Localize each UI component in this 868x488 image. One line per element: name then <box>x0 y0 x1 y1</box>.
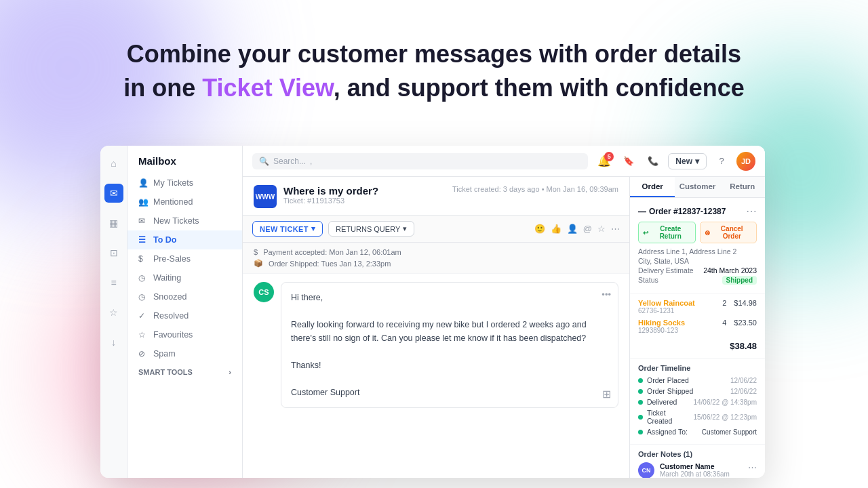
nav-item-new-tickets[interactable]: ✉ New Tickets <box>127 211 242 230</box>
returns-query-button[interactable]: RETURNS QUERY ▾ <box>328 221 414 237</box>
timeline-section-title: Order Timeline <box>638 364 757 372</box>
nav-item-todo[interactable]: ☰ To Do <box>127 230 242 249</box>
ticket-action-icons: 🙂 👍 👤 @ ☆ ⋯ <box>534 224 620 234</box>
message-block: CS ••• Hi there, Really looking forward … <box>254 282 618 408</box>
msg-avatar-initials: CS <box>258 288 269 296</box>
nav-item-label: My Tickets <box>153 178 193 188</box>
order-tabs: Order Customer Return <box>630 177 765 198</box>
ticket-title: Where is my order? <box>283 185 378 197</box>
sidebar-icon-home[interactable]: ⌂ <box>104 154 123 173</box>
tab-customer[interactable]: Customer <box>675 177 719 197</box>
search-box[interactable]: 🔍 Search... , <box>252 153 588 169</box>
nav-item-label: Mentioned <box>153 197 193 207</box>
nav-item-spam[interactable]: ⊘ Spam <box>127 344 242 363</box>
sidebar-icon-chart[interactable]: ▦ <box>104 214 123 232</box>
nav-item-label: To Do <box>153 235 176 245</box>
item-1-qty: 2 <box>717 299 731 307</box>
my-tickets-icon: 👤 <box>138 178 148 188</box>
order-item-2: Hiking Socks 1293890-123 4 $23.50 <box>638 319 757 334</box>
smart-tools-section[interactable]: SMART TOOLS › <box>127 363 242 381</box>
main-content-area: 🔍 Search... , 🔔 5 🔖 📞 New ▾ ? JD <box>243 146 765 478</box>
resolved-icon: ✓ <box>138 311 148 321</box>
note-avatar: CN <box>638 462 654 478</box>
notification-button[interactable]: 🔔 5 <box>595 152 614 171</box>
cancel-order-button[interactable]: ⊗ Cancel Order <box>700 222 757 243</box>
ticket-actions-bar: NEW TICKET ▾ RETURNS QUERY ▾ 🙂 👍 👤 @ ☆ ⋯ <box>243 216 629 243</box>
nav-item-presales[interactable]: $ Pre-Sales <box>127 249 242 268</box>
main-ui: ⌂ ✉ ▦ ⊡ ≡ ☆ ↓ Mailbox 👤 My Tickets 👥 Men… <box>100 146 765 478</box>
top-bar-actions: 🔔 5 🔖 📞 New ▾ ? JD <box>595 152 755 171</box>
order-number: — Order #12837-12387 <box>638 207 726 216</box>
ticket-sender-row: WWW Where is my order? Ticket: #11913753… <box>254 185 618 208</box>
new-ticket-chevron: ▾ <box>311 224 315 233</box>
new-ticket-button[interactable]: NEW TICKET ▾ <box>252 221 323 237</box>
right-panel: Order Customer Return — Order #12837-123… <box>629 177 765 478</box>
sidebar-icon-mail[interactable]: ✉ <box>104 184 123 203</box>
tl-dot-3 <box>638 400 643 405</box>
tab-order[interactable]: Order <box>630 177 675 197</box>
returns-query-label: RETURNS QUERY <box>336 225 400 233</box>
ticket-info: Where is my order? Ticket: #11913753 <box>283 185 378 205</box>
note-content: Customer Name March 20th at 08:36am <box>660 462 743 478</box>
bookmark-icon[interactable]: ☆ <box>597 224 606 234</box>
nav-item-label: Pre-Sales <box>153 254 191 264</box>
search-icon: 🔍 <box>259 157 269 166</box>
new-button[interactable]: New ▾ <box>668 153 707 169</box>
sidebar-icon-download[interactable]: ↓ <box>104 333 123 352</box>
nav-item-waiting[interactable]: ◷ Waiting <box>127 268 242 287</box>
user-avatar[interactable]: JD <box>736 152 755 171</box>
ticket-created: Ticket created: 3 days ago • Mon Jan 16,… <box>452 185 618 193</box>
hero-section: Combine your customer messages with orde… <box>0 37 868 106</box>
order-header-row: — Order #12837-12387 ⋯ <box>638 205 757 218</box>
tl-assigned: Assigned To: Customer Support <box>638 428 757 436</box>
like-icon[interactable]: 👍 <box>551 224 561 234</box>
assign-icon[interactable]: 👤 <box>567 224 578 234</box>
more-icon[interactable]: ⋯ <box>611 224 620 234</box>
emoji-icon[interactable]: 🙂 <box>534 224 545 234</box>
sidebar-icon-cart[interactable]: ⊡ <box>104 243 123 262</box>
bookmark-button[interactable]: 🔖 <box>619 152 638 171</box>
help-button[interactable]: ? <box>712 152 731 171</box>
sidebar-icon-notes[interactable]: ≡ <box>104 273 123 292</box>
nav-item-mentioned[interactable]: 👥 Mentioned <box>127 192 242 211</box>
msg-more-icon[interactable]: ••• <box>601 289 611 300</box>
avatar-initials: JD <box>741 157 751 165</box>
phone-button[interactable]: 📞 <box>644 152 663 171</box>
tl-dot-1 <box>638 378 643 383</box>
cancel-icon: ⊗ <box>705 229 710 237</box>
hero-line2-prefix: in one <box>123 74 202 102</box>
new-button-chevron: ▾ <box>695 157 699 166</box>
nav-item-resolved[interactable]: ✓ Resolved <box>127 306 242 325</box>
product-name-1[interactable]: Yellow Raincoat <box>638 299 715 307</box>
nav-item-favourites[interactable]: ☆ Favourites <box>127 325 242 344</box>
nav-item-label: Spam <box>153 349 176 359</box>
message-bubble: ••• Hi there, Really looking forward to … <box>281 282 618 408</box>
nav-item-label: Resolved <box>153 311 189 321</box>
status-badge: Shipped <box>722 276 757 285</box>
note-date: March 20th at 08:36am <box>660 470 743 478</box>
message-avatar: CS <box>254 282 274 302</box>
message-add-button[interactable]: ⊞ <box>602 388 611 401</box>
new-button-label: New <box>675 157 692 166</box>
product-sku-1: 62736-1231 <box>638 307 715 314</box>
create-return-button[interactable]: ↩ Create Return <box>638 222 696 243</box>
mailbox-title: Mailbox <box>127 146 242 174</box>
tl-ticket-created: Ticket Created 15/06/22 @ 12:23pm <box>638 409 757 425</box>
note-more-button[interactable]: ⋯ <box>748 462 757 472</box>
left-navigation: Mailbox 👤 My Tickets 👥 Mentioned ✉ New T… <box>127 146 243 478</box>
nav-item-my-tickets[interactable]: 👤 My Tickets <box>127 174 242 192</box>
sidebar-icon-star[interactable]: ☆ <box>104 303 123 322</box>
favourites-icon: ☆ <box>138 330 148 340</box>
nav-item-snoozed[interactable]: ◷ Snoozed <box>127 287 242 306</box>
product-name-2[interactable]: Hiking Socks <box>638 319 715 327</box>
order-menu-icon[interactable]: ⋯ <box>746 205 757 218</box>
search-placeholder: Search... <box>273 157 306 166</box>
tag-icon[interactable]: @ <box>583 224 592 234</box>
nav-item-label: Favourites <box>153 330 193 340</box>
shipped-text: Order Shipped: Tues Jan 13, 2:33pm <box>269 260 391 268</box>
order-items: Yellow Raincoat 62736-1231 2 $14.98 Hiki… <box>630 293 765 359</box>
city-row: City, State, USA <box>638 257 757 265</box>
tab-return[interactable]: Return <box>720 177 765 197</box>
nav-item-label: Waiting <box>153 273 181 283</box>
new-ticket-label: NEW TICKET <box>260 225 309 233</box>
